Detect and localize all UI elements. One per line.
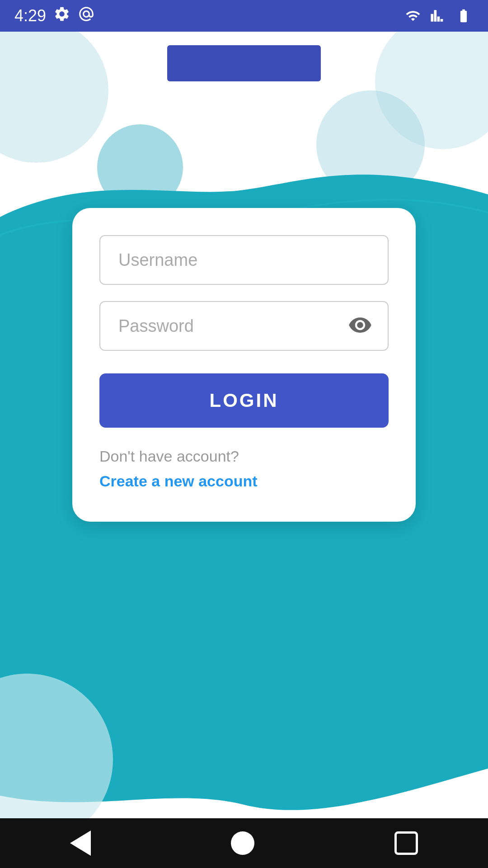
wifi-icon (404, 8, 422, 24)
no-account-text: Don't have account? (99, 448, 239, 465)
home-icon (231, 831, 254, 855)
home-button[interactable] (226, 827, 259, 859)
status-left: 4:29 (14, 5, 95, 26)
create-account-link[interactable]: Create a new account (99, 472, 258, 490)
recents-button[interactable] (390, 827, 422, 859)
login-button[interactable]: LOGIN (99, 373, 389, 428)
account-row: Don't have account? Create a new account (99, 448, 389, 490)
recents-icon (394, 831, 418, 855)
at-icon (78, 5, 95, 26)
eye-icon[interactable] (348, 313, 372, 339)
username-input[interactable] (99, 235, 389, 285)
password-wrapper (99, 301, 389, 351)
settings-icon (53, 5, 70, 26)
bottom-nav (0, 818, 488, 868)
status-right (404, 8, 474, 24)
login-card: LOGIN Don't have account? Create a new a… (72, 208, 416, 522)
signal-icon (430, 8, 446, 24)
back-icon (70, 830, 91, 856)
logo-area (167, 45, 321, 81)
back-button[interactable] (66, 826, 95, 860)
logo-bar (167, 45, 321, 81)
status-time: 4:29 (14, 6, 46, 25)
password-input[interactable] (99, 301, 389, 351)
status-bar: 4:29 (0, 0, 488, 32)
battery-icon (454, 8, 474, 24)
